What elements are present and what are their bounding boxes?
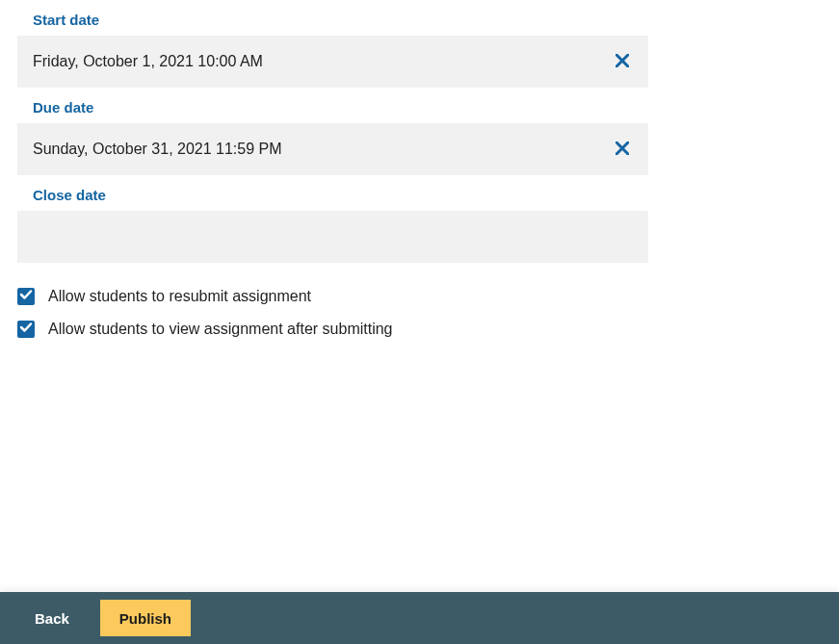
- close-date-input[interactable]: [17, 211, 648, 263]
- close-date-group: Close date: [17, 187, 822, 263]
- view-after-submit-checkbox-row: Allow students to view assignment after …: [17, 321, 822, 338]
- start-date-group: Start date Friday, October 1, 2021 10:00…: [17, 12, 822, 88]
- start-date-clear-button[interactable]: [596, 36, 648, 88]
- close-icon: [616, 54, 629, 70]
- start-date-label: Start date: [33, 12, 822, 28]
- due-date-label: Due date: [33, 99, 822, 116]
- check-icon: [19, 288, 33, 305]
- footer-bar: Back Publish: [0, 592, 839, 644]
- close-icon: [616, 142, 629, 158]
- checkbox-section: Allow students to resubmit assignment Al…: [17, 274, 822, 338]
- resubmit-checkbox[interactable]: [17, 288, 35, 305]
- view-after-submit-checkbox[interactable]: [17, 321, 35, 338]
- view-after-submit-checkbox-label: Allow students to view assignment after …: [48, 321, 393, 338]
- publish-button[interactable]: Publish: [100, 600, 191, 636]
- check-icon: [19, 321, 33, 338]
- start-date-value: Friday, October 1, 2021 10:00 AM: [33, 53, 263, 70]
- back-button[interactable]: Back: [35, 610, 69, 627]
- resubmit-checkbox-label: Allow students to resubmit assignment: [48, 288, 311, 305]
- due-date-input[interactable]: Sunday, October 31, 2021 11:59 PM: [17, 123, 648, 175]
- resubmit-checkbox-row: Allow students to resubmit assignment: [17, 288, 822, 305]
- due-date-group: Due date Sunday, October 31, 2021 11:59 …: [17, 99, 822, 175]
- start-date-input[interactable]: Friday, October 1, 2021 10:00 AM: [17, 36, 648, 88]
- due-date-value: Sunday, October 31, 2021 11:59 PM: [33, 141, 282, 158]
- main-content: Start date Friday, October 1, 2021 10:00…: [0, 0, 839, 338]
- due-date-clear-button[interactable]: [596, 123, 648, 175]
- close-date-label: Close date: [33, 187, 822, 203]
